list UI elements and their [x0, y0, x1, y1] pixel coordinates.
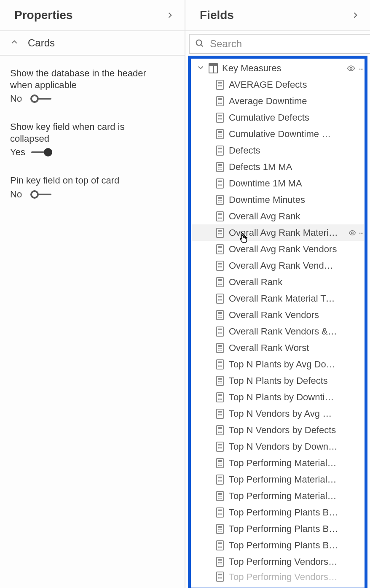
field-label: Downtime Minutes: [229, 194, 305, 205]
toggle-track: [31, 98, 51, 100]
field-label: Top N Vendors by Downtime ...: [229, 441, 338, 452]
field-label: Top N Plants by Avg Downtim...: [229, 359, 338, 370]
field-item[interactable]: Defects: [192, 142, 364, 159]
fields-title: Fields: [200, 8, 234, 22]
chevron-up-icon: [10, 37, 19, 49]
svg-point-3: [351, 232, 354, 234]
field-label: Top Performing Material Type...: [229, 458, 338, 469]
prop-label: Show key field when card is collapsed: [10, 121, 162, 144]
measure-icon: [216, 195, 224, 205]
field-label: Defects: [229, 145, 260, 156]
measure-icon: [216, 244, 224, 254]
measure-icon: [216, 409, 224, 419]
field-item[interactable]: Top N Plants by Downtime Mi...: [192, 389, 364, 405]
measure-icon: [216, 392, 224, 402]
field-item[interactable]: Overall Rank Vendors & Plants: [192, 323, 364, 340]
measure-icon: [216, 326, 224, 337]
field-item[interactable]: Average Downtime: [192, 93, 364, 109]
field-item[interactable]: Overall Avg Rank: [192, 208, 364, 224]
properties-header[interactable]: Properties: [0, 0, 185, 31]
field-item[interactable]: Top Performing Plants By Def...: [192, 521, 364, 537]
field-item[interactable]: AVERAGE Defects: [192, 76, 364, 93]
field-item[interactable]: Overall Avg Rank Vendors Pla...: [192, 257, 364, 274]
table-key-measures[interactable]: Key Measures ···: [192, 60, 364, 76]
properties-title: Properties: [14, 8, 73, 22]
search-input[interactable]: [209, 38, 365, 50]
visibility-icon[interactable]: [347, 64, 355, 73]
cards-section-header[interactable]: Cards: [0, 31, 185, 56]
measure-icon: [216, 557, 224, 567]
toggle-1[interactable]: Yes: [10, 147, 174, 158]
field-label: Overall Rank Vendors: [229, 310, 319, 321]
field-item[interactable]: Top N Vendors by Downtime ...: [192, 438, 364, 455]
field-label: Cumulative Defects: [229, 112, 309, 123]
field-item[interactable]: Top Performing Plants By Do...: [192, 537, 364, 553]
field-item[interactable]: Top N Plants by Defects: [192, 372, 364, 389]
field-label: Average Downtime: [229, 96, 307, 107]
search-box[interactable]: [189, 34, 370, 54]
svg-line-1: [201, 45, 203, 47]
field-label: Cumulative Downtime Minutes: [229, 129, 338, 140]
prop-label: Show the database in the header when app…: [10, 67, 162, 91]
field-label: Overall Avg Rank Vendors Pla...: [229, 260, 338, 271]
field-label: Top N Plants by Defects: [229, 375, 328, 386]
measure-icon: [216, 310, 224, 320]
field-item[interactable]: Cumulative Downtime Minutes: [192, 126, 364, 142]
measure-icon: [216, 178, 224, 189]
field-item[interactable]: Downtime Minutes: [192, 192, 364, 208]
field-item[interactable]: Top Performing Vendors & Pl...: [192, 570, 364, 582]
svg-point-2: [350, 67, 352, 70]
toggle-track: [31, 194, 51, 195]
field-item[interactable]: Overall Avg Rank Vendors: [192, 241, 364, 257]
toggle-state: No: [10, 93, 25, 104]
field-item[interactable]: Defects 1M MA: [192, 159, 364, 175]
field-item[interactable]: Downtime 1M MA: [192, 175, 364, 192]
field-item[interactable]: Top Performing Vendors & Pl...: [192, 553, 364, 570]
fields-pane: Fields Key Measures: [185, 0, 370, 588]
field-item[interactable]: Top Performing Material Type...: [192, 455, 364, 471]
field-label: Overall Rank: [229, 277, 282, 288]
section-title: Cards: [28, 37, 55, 49]
field-label: Top Performing Material Type...: [229, 474, 338, 485]
toggle-0[interactable]: No: [10, 93, 174, 104]
properties-pane: Properties Cards Show the database in th…: [0, 0, 185, 588]
field-item[interactable]: Overall Rank Material Type: [192, 290, 364, 307]
field-item[interactable]: Top Performing Material Type...: [192, 471, 364, 488]
toggle-2[interactable]: No: [10, 189, 174, 200]
field-item[interactable]: Top N Vendors by Defects: [192, 422, 364, 438]
field-label: Top Performing Plants By Def...: [229, 523, 338, 534]
measure-icon: [216, 228, 224, 238]
more-icon[interactable]: ···: [359, 64, 362, 73]
field-label: Top Performing Vendors & Pl...: [229, 572, 338, 583]
measure-icon: [216, 277, 224, 287]
measure-icon: [216, 80, 224, 90]
table-label: Key Measures: [222, 63, 282, 74]
field-item[interactable]: Overall Rank Vendors: [192, 307, 364, 323]
toggle-state: Yes: [10, 147, 25, 158]
svg-point-0: [196, 40, 202, 46]
visibility-icon[interactable]: [349, 229, 356, 237]
field-item[interactable]: Top Performing Material Type...: [192, 488, 364, 504]
more-icon[interactable]: ···: [359, 228, 362, 237]
field-label: Top N Plants by Downtime Mi...: [229, 392, 338, 403]
field-item[interactable]: Top N Vendors by Avg Downt...: [192, 405, 364, 422]
fields-header[interactable]: Fields: [185, 0, 370, 31]
measure-icon: [216, 359, 224, 370]
field-item[interactable]: Overall Rank: [192, 274, 364, 290]
field-item[interactable]: Top Performing Plants By Avg...: [192, 504, 364, 521]
measure-icon: [216, 129, 224, 139]
field-label: Top Performing Vendors & Pl...: [229, 556, 338, 567]
field-item[interactable]: Overall Rank Worst: [192, 340, 364, 356]
measure-icon: [216, 343, 224, 353]
measure-icon: [216, 261, 224, 271]
measure-icon: [216, 211, 224, 221]
measure-icon: [216, 425, 224, 435]
field-item[interactable]: Top N Plants by Avg Downtim...: [192, 356, 364, 372]
chevron-right-icon: [351, 11, 360, 20]
field-item[interactable]: Cumulative Defects: [192, 109, 364, 126]
field-label: AVERAGE Defects: [229, 79, 307, 90]
field-item[interactable]: Overall Avg Rank Material Type ···: [192, 224, 364, 241]
measure-icon: [216, 146, 224, 156]
measure-icon: [216, 572, 224, 582]
field-label: Overall Rank Material Type: [229, 293, 338, 304]
